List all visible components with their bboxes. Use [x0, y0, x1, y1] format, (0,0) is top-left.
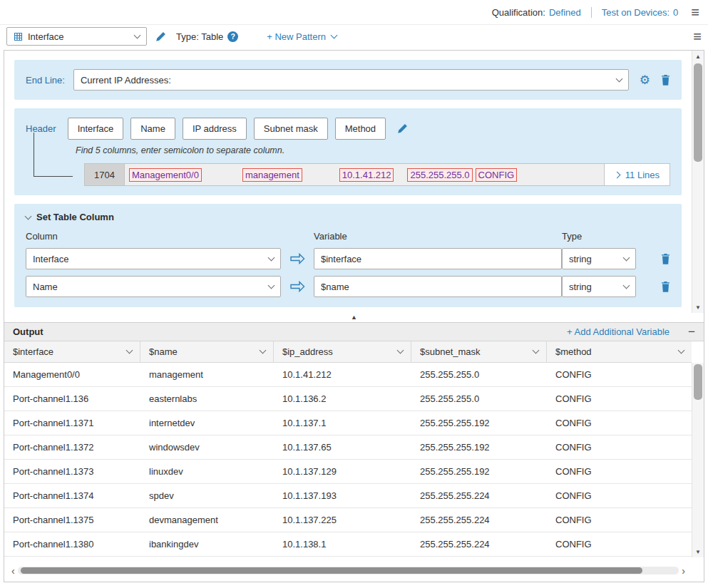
horizontal-scrollbar[interactable]: ‹ › [11, 565, 685, 576]
cell-method: CONFIG [547, 435, 692, 459]
scrollbar-track[interactable] [692, 62, 704, 301]
output-vertical-scrollbar[interactable]: ▼ [692, 363, 704, 557]
cell-ip-address: 10.1.137.225 [274, 508, 411, 532]
end-line-panel: End Line: Current IP Addresses: ⚙ [14, 60, 682, 100]
cell-name: ibankingdev [140, 532, 274, 556]
cell-subnet-mask: 255.255.255.192 [411, 435, 547, 459]
edit-pattern-pencil-icon[interactable] [155, 31, 166, 42]
output-column-name[interactable]: $name [140, 341, 274, 362]
vertical-scrollbar[interactable]: ▲ ▼ [692, 51, 704, 313]
delete-row-trash-icon[interactable] [661, 254, 670, 264]
cell-subnet-mask: 255.255.255.192 [411, 411, 547, 435]
type-select-value: string [569, 282, 619, 292]
column-chip-interface[interactable]: Interface [68, 118, 124, 140]
variable-input[interactable] [314, 276, 562, 297]
output-table-header: $interface $name $ip_address $subnet_mas… [4, 341, 692, 363]
chevron-down-icon [25, 213, 32, 220]
cell-interface: Port-channel1.136 [4, 387, 140, 411]
menu-icon[interactable]: ≡ [691, 5, 699, 19]
scrollbar-track[interactable] [692, 363, 704, 546]
column-select[interactable]: Name [26, 276, 281, 297]
output-table: $interface $name $ip_address $subnet_mas… [4, 341, 704, 582]
end-line-select[interactable]: Current IP Addresses: [73, 69, 629, 91]
cell-subnet-mask: 255.255.255.224 [411, 532, 547, 556]
set-table-column-toggle[interactable]: Set Table Column [26, 212, 670, 222]
scroll-down-arrow-icon[interactable]: ▼ [692, 301, 704, 313]
scrollbar-track[interactable] [18, 567, 679, 574]
cell-ip-address: 10.1.137.1 [274, 411, 411, 435]
matched-token: Management0/0 [129, 168, 202, 182]
new-pattern-button[interactable]: + New Pattern [267, 31, 337, 42]
matched-token: management [242, 168, 302, 182]
cell-ip-address: 10.1.41.212 [274, 363, 411, 386]
cell-method: CONFIG [547, 411, 692, 435]
output-column-label: $method [555, 346, 592, 357]
output-column-subnet-mask[interactable]: $subnet_mask [411, 341, 547, 362]
column-select-value: Interface [33, 254, 264, 264]
collapse-up-icon[interactable]: ▲ [351, 314, 357, 321]
chevron-down-icon [331, 31, 338, 38]
end-line-label: End Line: [26, 75, 65, 86]
test-on-devices-link[interactable]: Test on Devices: 0 [602, 7, 679, 18]
column-chip-name[interactable]: Name [130, 118, 175, 140]
cell-name: linuxdev [140, 460, 274, 483]
output-column-method[interactable]: $method [547, 341, 692, 362]
pattern-select[interactable]: Interface [6, 27, 147, 46]
variable-header-label: Variable [314, 231, 562, 242]
qualification-value-link[interactable]: Defined [549, 7, 581, 18]
settings-gear-icon[interactable]: ⚙ [640, 74, 650, 86]
column-select[interactable]: Interface [26, 248, 281, 269]
scroll-right-arrow-icon[interactable]: › [682, 566, 685, 576]
cell-subnet-mask: 255.255.255.224 [411, 508, 547, 532]
cell-name: devmanagement [140, 508, 274, 532]
type-select[interactable]: string [562, 276, 636, 297]
collapse-output-minus-icon[interactable]: − [688, 326, 695, 338]
new-pattern-label: + New Pattern [267, 31, 326, 42]
scroll-down-arrow-icon[interactable]: ▼ [692, 546, 704, 557]
type-select[interactable]: string [562, 248, 636, 269]
matched-token: CONFIG [476, 168, 518, 182]
help-icon[interactable]: ? [227, 31, 238, 42]
table-row: Management0/0 management 10.1.41.212 255… [4, 363, 692, 387]
column-select-value: Name [33, 282, 264, 292]
scroll-left-arrow-icon[interactable]: ‹ [11, 566, 15, 576]
pattern-select-value: Interface [28, 31, 130, 42]
output-column-ip-address[interactable]: $ip_address [274, 341, 411, 362]
cell-method: CONFIG [547, 508, 692, 532]
cell-interface: Port-channel1.1373 [4, 460, 140, 483]
scrollbar-thumb[interactable] [694, 364, 702, 400]
cell-name: internetdev [140, 411, 274, 435]
chevron-down-icon [260, 347, 267, 354]
cell-name: management [140, 363, 274, 386]
columns-hint-text: Find 5 columns, enter semicolon to separ… [76, 145, 670, 155]
cell-interface: Port-channel1.1375 [4, 508, 140, 532]
scrollbar-thumb[interactable] [21, 567, 642, 574]
delete-row-trash-icon[interactable] [661, 282, 670, 292]
expand-lines-button[interactable]: 11 Lines [604, 164, 669, 185]
end-line-select-value: Current IP Addresses: [81, 75, 612, 86]
cell-name: easternlabs [140, 387, 274, 411]
chevron-down-icon [134, 31, 141, 38]
column-chip-method[interactable]: Method [335, 118, 386, 140]
test-on-devices-count: 0 [673, 7, 678, 18]
cell-subnet-mask: 255.255.255.0 [411, 363, 547, 386]
add-additional-variable-link[interactable]: + Add Additional Variable [567, 326, 669, 337]
column-chip-subnet-mask[interactable]: Subnet mask [254, 118, 328, 140]
pattern-config-area: End Line: Current IP Addresses: ⚙ Header [4, 51, 704, 313]
scrollbar-thumb[interactable] [694, 63, 702, 162]
variable-input[interactable] [314, 248, 562, 269]
sample-tokens: Management0/0 management 10.1.41.212 255… [125, 164, 604, 185]
delete-end-line-trash-icon[interactable] [661, 75, 670, 86]
cell-ip-address: 10.1.136.2 [274, 387, 411, 411]
panel-menu-icon[interactable]: ≡ [693, 29, 702, 43]
edit-columns-pencil-icon[interactable] [397, 123, 408, 134]
output-column-interface[interactable]: $interface [4, 341, 140, 362]
cell-ip-address: 10.1.137.129 [274, 460, 411, 483]
chevron-down-icon [268, 282, 275, 289]
table-row: Port-channel1.1374 spdev 10.1.137.193 25… [4, 484, 692, 508]
cell-interface: Port-channel1.1371 [4, 411, 140, 435]
map-arrow-icon [289, 281, 305, 292]
column-chip-ip-address[interactable]: IP address [183, 118, 247, 140]
column-mapping-row: Interface string [26, 248, 670, 269]
scroll-up-arrow-icon[interactable]: ▲ [692, 51, 704, 62]
